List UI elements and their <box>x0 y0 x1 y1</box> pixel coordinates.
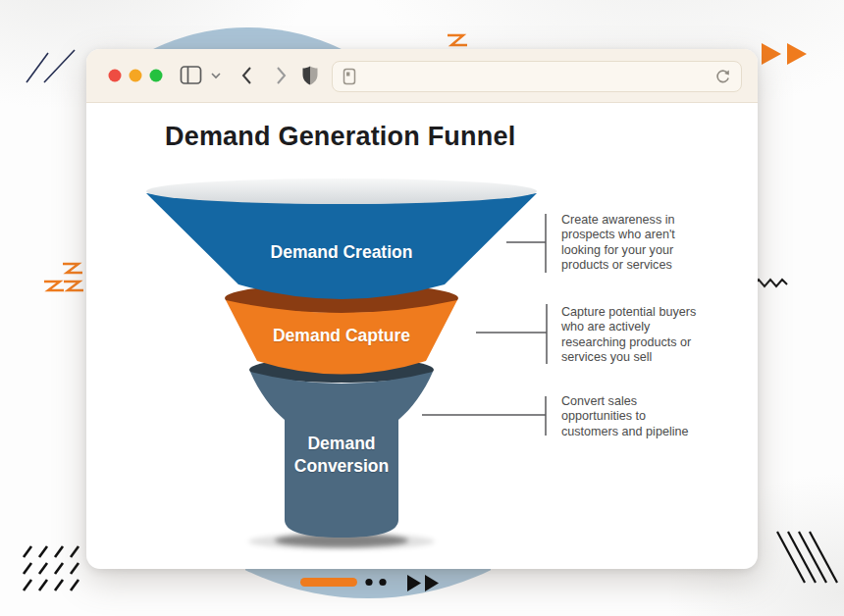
hatch-marks-bottom-left <box>20 541 96 602</box>
carousel-pager <box>294 571 444 596</box>
browser-toolbar <box>86 49 758 103</box>
demand-generation-funnel-diagram <box>137 167 559 559</box>
slash-lines-top-left <box>20 45 88 89</box>
address-bar[interactable] <box>332 61 742 92</box>
forward-button[interactable] <box>275 49 289 102</box>
pager-dot <box>365 579 372 586</box>
illustration-canvas: Demand Generation Funnel <box>0 0 844 616</box>
annotation-demand-conversion: Convert sales opportunities to customers… <box>561 394 699 439</box>
annotation-demand-creation: Create awareness in prospects who aren't… <box>561 213 707 274</box>
minimize-button[interactable] <box>130 70 142 82</box>
refresh-icon[interactable] <box>714 69 731 85</box>
zigzag-orange-left-group <box>41 260 85 299</box>
page-icon <box>343 68 356 85</box>
back-button[interactable] <box>239 49 253 102</box>
pager-last-icon <box>425 575 439 591</box>
stage-label-demand-capture: Demand Capture <box>224 325 459 347</box>
traffic-lights[interactable] <box>108 49 165 102</box>
zigzag-black-right <box>752 276 791 293</box>
annotation-demand-capture: Capture potential buyers who are activel… <box>561 305 705 366</box>
funnel-mouth-ellipse <box>146 179 537 204</box>
stage-label-demand-conversion: Demand Conversion <box>278 433 405 478</box>
shield-icon[interactable] <box>300 49 320 102</box>
pager-active-bar <box>300 578 357 587</box>
zigzag-orange-top <box>444 31 469 51</box>
double-arrow-top-right-icon <box>760 41 813 69</box>
sidebar-icon[interactable] <box>180 49 203 102</box>
address-input[interactable] <box>356 69 714 85</box>
stage-label-demand-creation: Demand Creation <box>224 241 459 264</box>
diagonal-lines-bottom-right <box>773 530 844 592</box>
zoom-button[interactable] <box>150 70 163 82</box>
page-title: Demand Generation Funnel <box>165 122 515 152</box>
background-circle-top-arc <box>142 22 353 49</box>
browser-window: Demand Generation Funnel <box>86 49 758 569</box>
chevron-down-icon[interactable] <box>210 49 222 102</box>
pager-next-icon <box>407 575 421 591</box>
pager-dot <box>379 579 386 586</box>
close-button[interactable] <box>109 70 122 82</box>
